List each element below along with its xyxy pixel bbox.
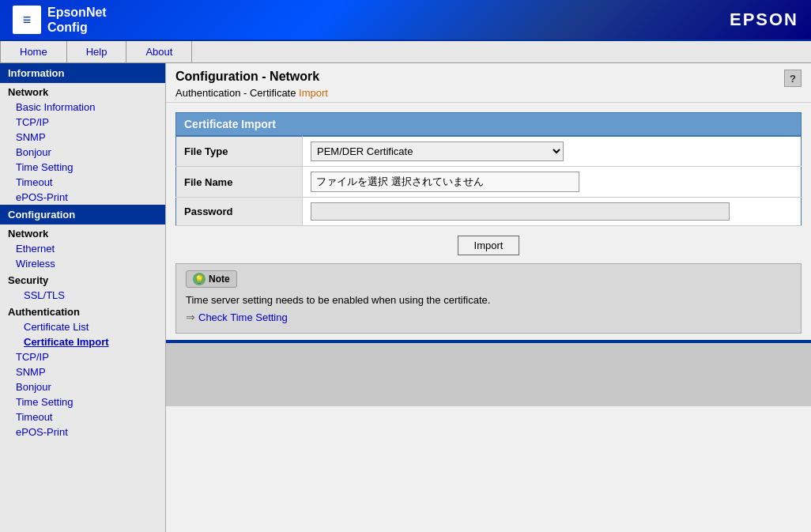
main-container: Information Network Basic Information TC… <box>0 63 811 532</box>
sidebar-item-cfg-snmp[interactable]: SNMP <box>0 364 165 379</box>
sidebar-security-label: Security <box>0 271 165 288</box>
sidebar-item-wireless[interactable]: Wireless <box>0 256 165 271</box>
sidebar-item-ethernet[interactable]: Ethernet <box>0 241 165 256</box>
logo-area: ≡ EpsonNet Config <box>13 5 107 35</box>
sidebar-item-cfg-tcp-ip[interactable]: TCP/IP <box>0 349 165 364</box>
sidebar-item-cert-import[interactable]: Certificate Import <box>0 334 165 349</box>
navbar: Home Help About <box>0 41 811 63</box>
note-text: Time server setting needs to be enabled … <box>186 294 791 306</box>
page-title: Configuration - Network <box>175 70 328 84</box>
help-button[interactable]: ? <box>784 70 802 87</box>
file-type-row: File Type PEM/DER Certificate <box>176 137 802 167</box>
sidebar-item-cert-list[interactable]: Certificate List <box>0 319 165 334</box>
cert-import-form-table: File Type PEM/DER Certificate File Name … <box>175 136 802 226</box>
sidebar-item-tcp-ip[interactable]: TCP/IP <box>0 115 165 130</box>
check-time-setting-link[interactable]: ⇒ Check Time Setting <box>186 311 791 323</box>
file-type-label: File Type <box>176 137 303 167</box>
sidebar-item-cfg-bonjour[interactable]: Bonjour <box>0 379 165 394</box>
sidebar-configuration-header: Configuration <box>0 205 165 224</box>
epson-brand: EPSON <box>730 9 798 30</box>
nav-home[interactable]: Home <box>0 41 67 62</box>
sidebar-item-ssl-tls[interactable]: SSL/TLS <box>0 288 165 303</box>
breadcrumb: Authentication - Certificate Import <box>175 87 328 99</box>
content-area: Configuration - Network Authentication -… <box>166 63 811 532</box>
logo-text: EpsonNet Config <box>47 5 107 35</box>
sidebar-item-cfg-timeout[interactable]: Timeout <box>0 409 165 424</box>
app-header: ≡ EpsonNet Config EPSON <box>0 0 811 41</box>
section-title-bar: Certificate Import <box>175 112 802 136</box>
import-btn-row: Import <box>175 236 802 255</box>
content-gray-bottom <box>166 343 811 406</box>
content-header: Configuration - Network Authentication -… <box>166 63 811 103</box>
sidebar: Information Network Basic Information TC… <box>0 63 166 532</box>
note-box: 💡 Note Time server setting needs to be e… <box>175 263 802 334</box>
nav-about[interactable]: About <box>126 41 192 62</box>
arrow-icon: ⇒ <box>186 311 195 323</box>
sidebar-item-timeout1[interactable]: Timeout <box>0 175 165 190</box>
sidebar-item-time-setting[interactable]: Time Setting <box>0 160 165 175</box>
nav-help[interactable]: Help <box>67 41 127 62</box>
sidebar-info-network-label: Network <box>0 83 165 100</box>
logo-icon: ≡ <box>13 6 41 34</box>
sidebar-config-network-label: Network <box>0 224 165 241</box>
password-label: Password <box>176 198 303 226</box>
sidebar-item-cfg-time-setting[interactable]: Time Setting <box>0 394 165 409</box>
file-name-label: File Name <box>176 167 303 198</box>
file-name-row: File Name ファイルを選択 選択されていません <box>176 167 802 198</box>
sidebar-item-bonjour[interactable]: Bonjour <box>0 145 165 160</box>
import-button[interactable]: Import <box>458 236 520 255</box>
sidebar-information-header: Information <box>0 63 165 83</box>
password-input[interactable] <box>311 202 730 221</box>
note-icon: 💡 <box>193 273 206 285</box>
sidebar-authentication-label: Authentication <box>0 303 165 319</box>
sidebar-item-cfg-epos-print[interactable]: ePOS-Print <box>0 424 165 440</box>
sidebar-item-epos-print1[interactable]: ePOS-Print <box>0 190 165 205</box>
sidebar-item-basic-info[interactable]: Basic Information <box>0 100 165 115</box>
cert-import-section: Certificate Import File Type PEM/DER Cer… <box>175 112 802 226</box>
password-row: Password <box>176 198 802 226</box>
file-type-select[interactable]: PEM/DER Certificate <box>311 141 564 161</box>
note-tag: 💡 Note <box>186 270 237 288</box>
sidebar-item-snmp[interactable]: SNMP <box>0 130 165 145</box>
